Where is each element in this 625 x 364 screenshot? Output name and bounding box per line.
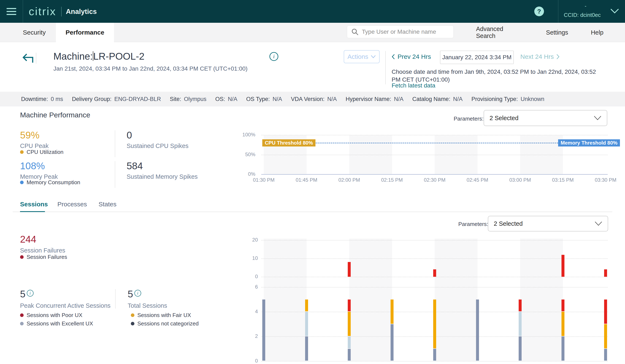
page-title: Machine:LR-POOL-2	[53, 51, 145, 62]
x-axis-label: 02:30 PM	[418, 177, 452, 183]
date-picker[interactable]: January 22, 2024 3:34 PM	[440, 51, 514, 64]
search-icon	[351, 28, 358, 35]
sessions-y-label: 4	[228, 308, 258, 314]
stat-divider	[115, 130, 115, 157]
session-bar-segment	[433, 349, 436, 361]
y-axis-label: 50%	[224, 152, 255, 157]
hamburger-menu-button[interactable]	[0, 0, 23, 23]
y-axis-label: 100%	[224, 132, 255, 138]
account-name: -	[579, 3, 592, 9]
info-icon[interactable]: i	[27, 290, 33, 297]
next-24hrs-button[interactable]: Next 24 Hrs	[520, 53, 560, 60]
cpu-peak-value: 59%	[20, 129, 39, 141]
info-site: Site:Olympus	[170, 96, 207, 102]
machine-info-strip: Downtime:0 ms Delivery Group:ENG-DRYAD-B…	[0, 92, 625, 107]
search-box	[347, 26, 454, 38]
session-failures-value: 244	[20, 233, 36, 245]
help-circle-icon[interactable]: ?	[534, 6, 544, 16]
session-bar-segment	[519, 300, 522, 311]
machine-name[interactable]: LR-POOL-2	[93, 51, 145, 62]
parameters-dropdown-2[interactable]: 2 Selected	[488, 216, 608, 231]
info-icon[interactable]: i	[269, 52, 278, 61]
date-range-subtitle: Jan 21st, 2024, 03:34 PM to Jan 22nd, 20…	[53, 65, 248, 72]
gridline-100	[261, 135, 608, 135]
parameters-value: 2 Selected	[490, 115, 518, 122]
failure-bar	[562, 255, 564, 277]
sessions-gridline	[261, 361, 608, 362]
chart-band	[264, 135, 307, 174]
x-axis-label: 03:30 PM	[589, 177, 623, 183]
citrix-logo[interactable]: citrix	[29, 5, 56, 18]
total-sessions-label: Total Sessions	[128, 302, 167, 309]
sessions-y-label: 2	[228, 333, 258, 339]
info-delivery-group: Delivery Group:ENG-DRYAD-BLR	[72, 96, 161, 102]
chart-band	[264, 239, 307, 361]
legend-excellent-ux: Sessions with Excellent UX	[20, 320, 93, 327]
account-ccid: CCID: dcint0ec	[564, 12, 601, 18]
prev-label: Prev 24 Hrs	[398, 53, 431, 60]
parameters-dropdown[interactable]: 2 Selected	[484, 110, 607, 126]
info-hypervisor: Hypervisor Name:N/A	[346, 96, 404, 102]
nav-link-advanced-search[interactable]: Advanced Search	[476, 23, 523, 42]
chart-band	[520, 239, 563, 361]
session-bar-segment	[562, 300, 564, 311]
session-failures-label: Session Failures	[20, 247, 65, 254]
series-zero-line	[261, 174, 608, 175]
tab-states[interactable]: States	[98, 201, 117, 212]
cpu-spikes-value: 0	[126, 129, 132, 141]
header-vertical-divider	[385, 51, 386, 84]
failures-gridline	[261, 258, 608, 259]
sessions-y-label: 6	[228, 284, 258, 290]
poor-ux-dot-icon	[20, 313, 24, 317]
fair-ux-dot-icon	[131, 313, 134, 317]
session-bar-segment	[348, 336, 351, 348]
legend-cpu-utilization: CPU Utilization	[20, 149, 63, 155]
stat-divider	[115, 289, 116, 308]
nav-link-help[interactable]: Help	[589, 23, 606, 42]
session-bar-segment	[562, 312, 564, 336]
back-icon[interactable]	[21, 52, 34, 64]
page-title-prefix: Machine:	[53, 51, 93, 62]
fetch-latest-data-link[interactable]: Fetch latest data	[392, 82, 435, 89]
chevron-down-icon[interactable]	[610, 8, 619, 14]
gridline-50	[261, 155, 608, 155]
nav-link-settings[interactable]: Settings	[544, 23, 570, 42]
parameters-value-2: 2 Selected	[494, 220, 523, 227]
parameters-label: Parameters:	[454, 115, 484, 122]
search-input[interactable]	[361, 28, 453, 35]
session-bar-segment	[433, 300, 436, 348]
header-divider	[36, 53, 36, 64]
info-os-type: OS Type:N/A	[246, 96, 282, 102]
session-bar-segment	[348, 300, 351, 311]
failures-y-label: 10	[228, 255, 258, 261]
session-bar-segment	[604, 324, 607, 348]
memory-threshold-label: Memory Threshold 80%	[558, 139, 620, 146]
cpu-threshold-label: CPU Threshold 80%	[262, 139, 315, 146]
choose-date-hint: Choose date and time from Jan 9th, 2024,…	[392, 68, 600, 84]
info-icon[interactable]: i	[134, 290, 141, 297]
chart-band	[349, 239, 392, 361]
machine-performance-title: Machine Performance	[20, 111, 90, 119]
tab-sessions[interactable]: Sessions	[20, 201, 48, 212]
account-separator	[558, 0, 558, 23]
info-vda-version: VDA Version:N/A	[291, 96, 337, 102]
tab-performance[interactable]: Performance	[56, 23, 114, 42]
chart-band	[435, 135, 477, 174]
legend-fair-ux: Sessions with Fair UX	[131, 312, 191, 318]
tab-security[interactable]: Security	[13, 23, 56, 42]
tab-processes[interactable]: Processes	[57, 201, 87, 212]
prev-24hrs-button[interactable]: Prev 24 Hrs	[392, 53, 431, 60]
failure-bar	[604, 269, 607, 277]
failures-gridline	[261, 277, 608, 277]
sessions-gridline	[261, 312, 608, 312]
stat-divider	[115, 161, 115, 188]
session-bar-segment	[519, 336, 522, 361]
memory-peak-value: 108%	[20, 160, 45, 171]
session-bar-segment	[519, 312, 522, 336]
peak-concurrent-label: Peak Concurrent Active Sessions	[20, 302, 111, 309]
session-bar-segment	[391, 300, 394, 324]
parameters-label-2: Parameters:	[458, 221, 488, 227]
failures-y-label: 0	[228, 274, 258, 280]
legend-not-categorized: Sessions not categorized	[131, 320, 199, 327]
actions-button[interactable]: Actions	[344, 50, 380, 63]
